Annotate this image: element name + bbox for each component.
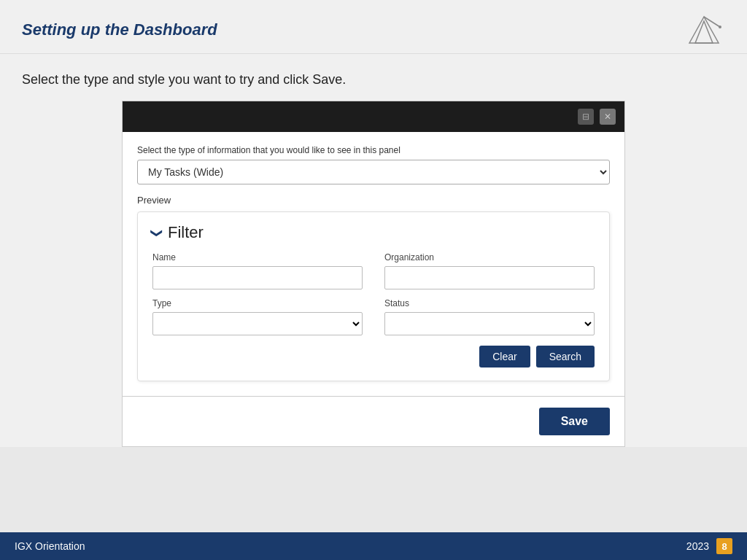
filter-title: Filter	[168, 223, 204, 242]
preview-label: Preview	[137, 195, 610, 206]
dialog-titlebar: ⊟ ✕	[123, 101, 624, 132]
type-group: Type	[152, 298, 363, 335]
filter-header: ❯ Filter	[152, 223, 595, 242]
footer: IGX Orientation 2023 8	[0, 532, 747, 560]
status-label: Status	[384, 298, 595, 308]
filter-chevron-icon[interactable]: ❯	[150, 228, 164, 238]
organization-input[interactable]	[384, 266, 595, 289]
name-input[interactable]	[152, 266, 363, 289]
close-icon[interactable]: ✕	[600, 109, 616, 125]
header: Setting up the Dashboard	[0, 0, 747, 54]
status-group: Status	[384, 298, 595, 335]
footer-year: 2023	[686, 540, 709, 552]
logo	[681, 13, 725, 46]
status-filter-select[interactable]	[384, 312, 595, 335]
filter-card: ❯ Filter Name Organization	[137, 211, 610, 381]
search-button[interactable]: Search	[536, 346, 595, 368]
instruction-text: Select the type and style you want to tr…	[22, 72, 725, 88]
footer-right: 2023 8	[686, 538, 732, 554]
main-content: Select the type and style you want to tr…	[0, 54, 747, 447]
minimize-icon[interactable]: ⊟	[578, 109, 594, 125]
organization-label: Organization	[384, 252, 595, 262]
name-group: Name	[152, 252, 363, 289]
type-select[interactable]: My Tasks (Wide) My Tasks (Narrow) My Pro…	[137, 160, 610, 184]
dialog-container: ⊟ ✕ Select the type of information that …	[122, 101, 625, 397]
filter-form: Name Organization Type	[152, 252, 595, 335]
type-label: Type	[152, 298, 363, 308]
save-button[interactable]: Save	[539, 408, 610, 435]
save-row: Save	[122, 397, 625, 447]
svg-marker-1	[695, 21, 713, 43]
clear-button[interactable]: Clear	[479, 346, 530, 368]
svg-point-3	[719, 26, 721, 28]
type-filter-select[interactable]	[152, 312, 363, 335]
dialog-body: Select the type of information that you …	[123, 132, 624, 396]
filter-actions: Clear Search	[152, 346, 595, 368]
footer-title: IGX Orientation	[15, 540, 85, 552]
footer-page-number: 8	[716, 538, 732, 554]
organization-group: Organization	[384, 252, 595, 289]
select-type-label: Select the type of information that you …	[137, 145, 610, 155]
name-label: Name	[152, 252, 363, 262]
page-title: Setting up the Dashboard	[22, 20, 217, 39]
